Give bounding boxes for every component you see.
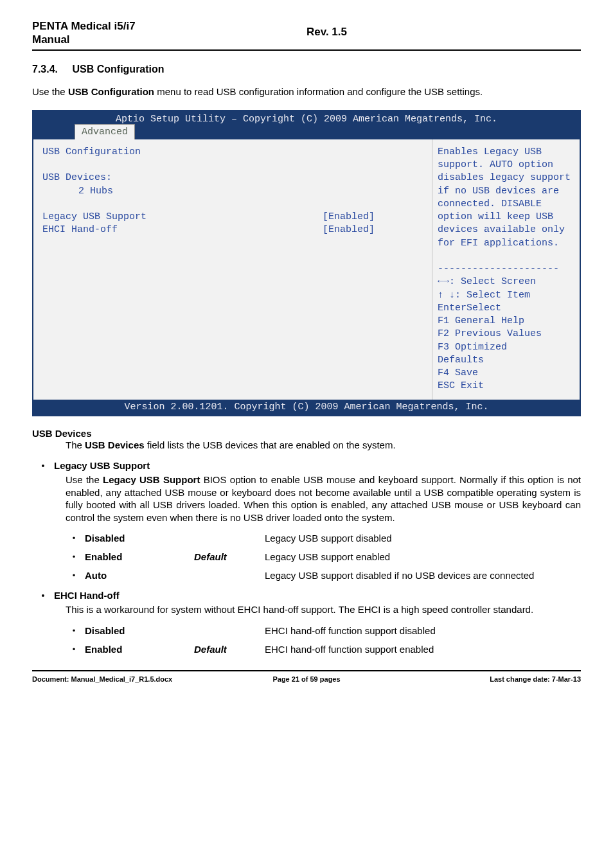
bios-hint: Defaults <box>438 354 572 367</box>
bios-hint: F1 General Help <box>438 315 572 328</box>
bullet-icon: • <box>63 644 85 654</box>
bios-titlebar: Aptio Setup Utility – Copyright (C) 2009… <box>33 111 580 139</box>
option-row: • Enabled Default Legacy USB support ena… <box>63 551 581 562</box>
bios-setting-row: Legacy USB Support [Enabled] <box>42 211 425 224</box>
option-desc: EHCI hand-off function support disabled <box>265 625 581 636</box>
product-name-line1: PENTA Medical i5/i7 <box>32 19 306 33</box>
revision: Rev. 1.5 <box>306 19 581 47</box>
footer-page: Page 21 of 59 pages <box>215 675 398 683</box>
footer-document: Document: Manual_Medical_i7_R1.5.docx <box>32 675 215 683</box>
bullet-icon: • <box>63 570 85 580</box>
option-name: Disabled <box>85 625 194 636</box>
intro-paragraph: Use the USB Configuration menu to read U… <box>32 85 581 98</box>
bios-left-heading: USB Configuration <box>42 146 425 159</box>
bios-left-pane: USB Configuration USB Devices: 2 Hubs Le… <box>33 139 432 400</box>
option-name: Disabled <box>85 533 194 544</box>
ehci-title: EHCI Hand-off <box>54 590 581 601</box>
ehci-options-table: • Disabled EHCI hand-off function suppor… <box>63 625 581 655</box>
bios-setting-row: EHCI Hand-off [Enabled] <box>42 224 425 236</box>
bullet-icon: • <box>63 551 85 562</box>
bios-help-text: Enables Legacy USB support. AUTO option … <box>438 146 572 250</box>
option-desc: Legacy USB support disabled if no USB de… <box>265 570 581 581</box>
bios-tab-advanced: Advanced <box>75 124 135 139</box>
bullet-icon: • <box>32 460 54 471</box>
bios-hint: ←→: Select Screen <box>438 276 572 288</box>
bios-screenshot: Aptio Setup Utility – Copyright (C) 2009… <box>32 110 581 416</box>
ehci-desc: This is a workaround for system without … <box>66 603 581 616</box>
legacy-usb-bullet: • Legacy USB Support <box>32 460 581 471</box>
option-desc: EHCI hand-off function support enabled <box>265 644 581 655</box>
page-header: PENTA Medical i5/i7 Manual Rev. 1.5 <box>32 19 581 51</box>
bios-hint: ESC Exit <box>438 380 572 393</box>
option-default: Default <box>194 644 265 655</box>
option-row: • Disabled EHCI hand-off function suppor… <box>63 625 581 636</box>
bios-hint: F3 Optimized <box>438 341 572 354</box>
option-desc: Legacy USB support enabled <box>265 551 581 562</box>
bios-hint: F2 Previous Values <box>438 328 572 341</box>
option-row: • Enabled Default EHCI hand-off function… <box>63 644 581 655</box>
bios-setting-value: [Enabled] <box>323 211 425 224</box>
legacy-options-table: • Disabled Legacy USB support disabled •… <box>63 533 581 581</box>
bios-usb-devices-label: USB Devices: <box>42 172 425 184</box>
bios-hint: EnterSelect <box>438 302 572 315</box>
bios-setting-value: [Enabled] <box>323 224 425 236</box>
section-heading: 7.3.4. USB Configuration <box>32 64 581 75</box>
usb-devices-heading: USB Devices <box>32 428 581 439</box>
option-default: Default <box>194 551 265 562</box>
legacy-usb-desc: Use the Legacy USB Support BIOS option t… <box>66 474 581 524</box>
bios-footer: Version 2.00.1201. Copyright (C) 2009 Am… <box>33 400 580 415</box>
bullet-icon: • <box>63 533 85 543</box>
section-number: 7.3.4. <box>32 64 58 75</box>
bios-setting-label: EHCI Hand-off <box>42 224 323 236</box>
legacy-usb-title: Legacy USB Support <box>54 460 581 471</box>
bios-setting-label: Legacy USB Support <box>42 211 323 224</box>
option-row: • Auto Legacy USB support disabled if no… <box>63 570 581 581</box>
option-desc: Legacy USB support disabled <box>265 533 581 544</box>
page-footer: Document: Manual_Medical_i7_R1.5.docx Pa… <box>32 670 581 683</box>
option-name: Enabled <box>85 551 194 562</box>
bios-hint: F4 Save <box>438 367 572 380</box>
footer-date: Last change date: 7-Mar-13 <box>398 675 581 683</box>
option-row: • Disabled Legacy USB support disabled <box>63 533 581 544</box>
bios-hint: ↑ ↓: Select Item <box>438 289 572 302</box>
bios-help-separator: --------------------- <box>438 263 572 276</box>
bullet-icon: • <box>32 590 54 601</box>
product-name-line2: Manual <box>32 33 306 46</box>
bios-help-pane: Enables Legacy USB support. AUTO option … <box>432 139 580 400</box>
bullet-icon: • <box>63 625 85 635</box>
usb-devices-desc: The USB Devices field lists the USB devi… <box>66 439 581 452</box>
ehci-bullet: • EHCI Hand-off <box>32 590 581 601</box>
bios-usb-devices-value: 2 Hubs <box>42 185 425 198</box>
option-name: Auto <box>85 570 194 581</box>
section-title: USB Configuration <box>72 64 164 75</box>
option-name: Enabled <box>85 644 194 655</box>
